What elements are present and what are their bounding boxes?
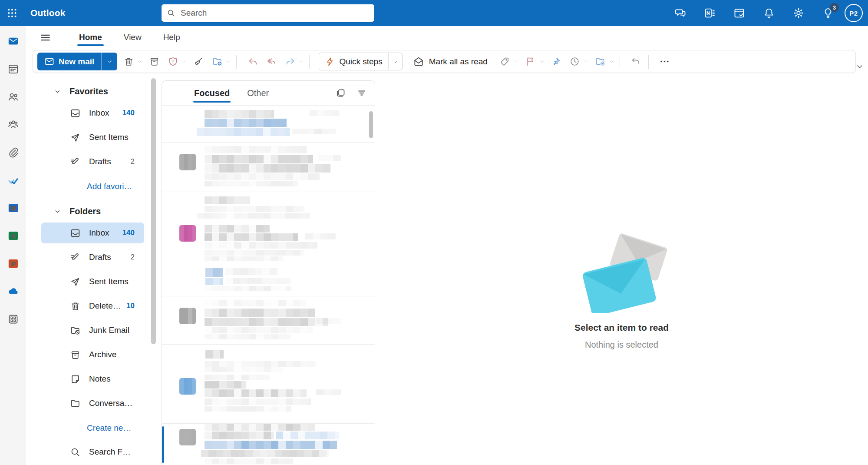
chev-icon	[538, 58, 545, 65]
app-launcher-button[interactable]	[0, 0, 24, 26]
ribbon-collapse-button[interactable]	[855, 62, 865, 71]
report-button[interactable]	[165, 54, 187, 69]
redacted-text-placeholder	[201, 450, 329, 457]
folder-fav-drafts[interactable]: Drafts2	[41, 151, 144, 172]
pin-button[interactable]	[549, 54, 564, 69]
add-favorite-link[interactable]: Add favori…	[26, 176, 135, 196]
list-tab-other[interactable]: Other	[246, 81, 270, 105]
folder-inbox[interactable]: Inbox140	[41, 223, 144, 243]
clock-icon	[569, 56, 580, 67]
toolbar-divider	[620, 55, 620, 69]
redacted-text-placeholder	[205, 389, 307, 397]
forward-button[interactable]	[283, 54, 304, 69]
move-to-button[interactable]	[210, 54, 231, 69]
message-list-item[interactable]	[162, 192, 375, 224]
select-all-button[interactable]	[335, 87, 347, 99]
folder-search-folders[interactable]: Search F…	[41, 442, 144, 462]
folder-sent-items[interactable]: Sent Items	[41, 271, 144, 292]
rail-item-files[interactable]	[3, 142, 24, 163]
folder-pane-scrollbar[interactable]	[151, 78, 156, 344]
redacted-text-placeholder	[316, 389, 341, 395]
waffle-icon	[7, 7, 18, 19]
rail-item-more-apps[interactable]	[3, 309, 24, 330]
flag-button[interactable]	[523, 54, 545, 69]
archive-button[interactable]	[147, 54, 162, 69]
folder-group-favorites[interactable]: Favorites	[54, 80, 156, 103]
rail-item-to-do[interactable]	[3, 169, 24, 191]
calendar-icon	[7, 63, 19, 75]
rail-item-powerpoint[interactable]: P	[3, 253, 24, 274]
list-tab-focused[interactable]: Focused	[193, 81, 231, 105]
tab-home[interactable]: Home	[77, 26, 104, 49]
mark-all-read-button[interactable]: Mark all as read	[407, 56, 494, 67]
message-list-scrollbar[interactable]	[369, 111, 373, 138]
tab-help[interactable]: Help	[162, 26, 182, 49]
notifications-button[interactable]	[763, 7, 775, 19]
settings-button[interactable]	[792, 7, 805, 19]
reply-button[interactable]	[245, 54, 260, 69]
message-list-item[interactable]	[162, 265, 375, 296]
empty-state-subtitle: Nothing is selected	[375, 340, 868, 350]
message-list-item[interactable]	[162, 296, 375, 345]
message-list-item[interactable]	[162, 143, 375, 192]
mail-open-icon	[413, 56, 424, 67]
folder-fav-sent-items[interactable]: Sent Items	[41, 127, 144, 148]
folder-fav-inbox[interactable]: Inbox140	[41, 103, 144, 123]
onenote-feed-button[interactable]	[704, 7, 716, 19]
filter-button[interactable]	[356, 87, 368, 99]
new-mail-button[interactable]: New mail	[37, 53, 117, 70]
folder-group-folders[interactable]: Folders	[54, 200, 156, 223]
categorize-button[interactable]	[498, 54, 519, 69]
rail-item-excel[interactable]: X	[3, 225, 24, 246]
search-input[interactable]	[180, 8, 369, 18]
tips-button[interactable]: 3	[822, 7, 834, 19]
folder-notes[interactable]: Notes	[41, 369, 144, 389]
rail-item-word[interactable]: W	[3, 197, 24, 219]
redacted-text-placeholder	[197, 213, 310, 219]
create-new-folder-link[interactable]: Create ne…	[26, 417, 134, 438]
tab-view[interactable]: View	[122, 26, 143, 49]
redacted-text-placeholder	[205, 424, 315, 431]
quick-steps-dropdown[interactable]	[388, 53, 402, 70]
delete-button[interactable]	[121, 54, 143, 69]
rail-item-onedrive[interactable]	[3, 281, 24, 302]
rules-button[interactable]	[593, 54, 615, 69]
reply-all-button[interactable]	[264, 54, 279, 69]
my-day-button[interactable]	[733, 7, 746, 19]
sweep-button[interactable]	[191, 54, 206, 69]
search-box[interactable]	[162, 4, 374, 22]
quick-steps-button[interactable]: Quick steps	[319, 53, 402, 70]
message-list-item[interactable]	[162, 224, 375, 265]
rail-item-mail[interactable]	[3, 30, 24, 52]
folder-conversation-history[interactable]: Conversa…	[41, 393, 144, 414]
rail-item-people[interactable]	[3, 86, 24, 107]
rail-item-calendar[interactable]	[3, 58, 24, 80]
account-avatar[interactable]: P2	[845, 4, 863, 22]
folder-label: Drafts	[89, 252, 111, 262]
rail-item-groups[interactable]	[3, 114, 24, 135]
chat-button[interactable]	[674, 7, 686, 19]
chev-icon	[225, 58, 231, 65]
reply-all-icon	[266, 56, 277, 67]
undo-button[interactable]	[629, 54, 644, 69]
redacted-text-placeholder	[205, 268, 223, 277]
more-commands-button[interactable]	[657, 54, 672, 69]
tips-badge: 3	[830, 3, 839, 12]
snooze-button[interactable]	[568, 54, 589, 69]
message-list-item[interactable]	[162, 374, 375, 424]
hamburger-menu-button[interactable]	[38, 30, 53, 45]
new-mail-dropdown[interactable]	[102, 53, 117, 70]
mark-all-read-label: Mark all as read	[429, 57, 488, 66]
message-list-item[interactable]	[162, 106, 375, 143]
folder-archive[interactable]: Archive	[41, 344, 144, 365]
apps-icon	[7, 313, 19, 325]
redacted-text-placeholder	[205, 309, 315, 317]
folder-deleted-items[interactable]: Delete…10	[41, 296, 144, 316]
redacted-text-placeholder	[205, 173, 320, 180]
folder-drafts[interactable]: Drafts2	[41, 247, 144, 268]
folder-junk-email[interactable]: Junk Email	[41, 320, 144, 341]
broom-icon	[193, 56, 204, 67]
message-list-item[interactable]	[162, 424, 375, 465]
onenote-icon	[704, 7, 716, 19]
message-list-item[interactable]	[162, 345, 375, 374]
